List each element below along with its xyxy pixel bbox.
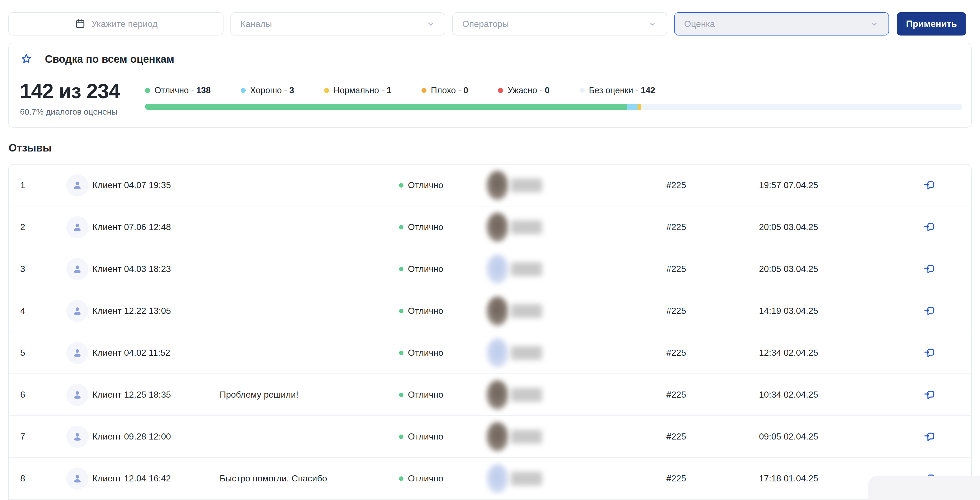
operator-avatar	[487, 422, 509, 451]
client-icon	[66, 216, 89, 238]
legend-value: 138	[196, 86, 211, 95]
client-name: Клиент 07.06 12:48	[92, 222, 171, 232]
client-cell: Клиент 12.22 13:05	[66, 300, 220, 322]
chevron-down-icon	[870, 19, 879, 29]
rating-cell: Отлично	[399, 306, 487, 316]
open-dialog-button[interactable]	[922, 220, 937, 235]
operator-cell	[487, 338, 667, 368]
review-row[interactable]: 1 Клиент 04.07 19:35 Отлично #225 19:57 …	[9, 164, 971, 207]
rating-cell: Отлично	[399, 432, 487, 442]
row-number: 1	[20, 180, 66, 190]
operator-avatar	[487, 296, 509, 326]
row-number: 8	[20, 473, 66, 484]
operator-cell	[487, 170, 667, 200]
legend-item: Без оценки - 142	[579, 86, 655, 96]
review-timestamp: 10:34 02.04.25	[759, 390, 907, 400]
open-dialog-button[interactable]	[922, 429, 937, 444]
review-row[interactable]: 6 Клиент 12.25 18:35 Проблему решили! От…	[9, 374, 971, 416]
operator-name-blurred	[511, 304, 542, 318]
rating-dot	[399, 351, 404, 355]
ticket-number: #225	[667, 348, 759, 358]
legend-dot	[145, 88, 150, 93]
open-dialog-button[interactable]	[922, 387, 937, 403]
summary-score: 142 из 234	[20, 81, 145, 102]
legend-dot	[324, 88, 329, 93]
rating-cell: Отлично	[399, 264, 487, 274]
client-name: Клиент 04.03 18:23	[92, 264, 171, 274]
client-icon	[66, 384, 89, 406]
ticket-number: #225	[667, 473, 759, 484]
open-dialog-icon	[923, 272, 935, 276]
summary-progress-bar	[145, 104, 962, 110]
operator-name-blurred	[511, 388, 542, 402]
operators-filter[interactable]: Операторы	[452, 12, 667, 35]
legend-label: Ужасно -	[508, 86, 545, 95]
operator-cell	[487, 422, 667, 451]
review-row[interactable]: 7 Клиент 09.28 12:00 Отлично #225 09:05 …	[9, 416, 971, 458]
client-cell: Клиент 09.28 12:00	[66, 426, 220, 448]
operator-name-blurred	[511, 262, 542, 276]
operator-avatar	[487, 464, 509, 493]
client-name: Клиент 04.07 19:35	[92, 180, 171, 190]
operator-avatar	[487, 338, 509, 368]
legend-value: 3	[290, 86, 294, 95]
rating-label: Отлично	[408, 473, 444, 484]
client-icon	[66, 300, 89, 322]
legend-value: 142	[641, 86, 655, 95]
filter-bar: Укажите период Каналы Операторы Оценка П…	[0, 0, 980, 35]
rating-cell: Отлично	[399, 390, 487, 400]
open-dialog-icon	[923, 439, 935, 444]
review-timestamp: 14:19 03.04.25	[759, 306, 907, 316]
operator-name-blurred	[511, 220, 542, 234]
open-dialog-button[interactable]	[922, 345, 937, 361]
review-comment: Проблему решили!	[220, 390, 399, 400]
client-name: Клиент 09.28 12:00	[92, 432, 171, 442]
operator-name-blurred	[511, 472, 542, 486]
review-row[interactable]: 3 Клиент 04.03 18:23 Отлично #225 20:05 …	[9, 248, 971, 290]
legend-label: Плохо -	[431, 86, 464, 95]
legend-dot	[422, 88, 426, 93]
open-dialog-button[interactable]	[922, 178, 937, 193]
review-row[interactable]: 4 Клиент 12.22 13:05 Отлично #225 14:19 …	[9, 290, 971, 332]
operator-cell	[487, 213, 667, 242]
summary-stat: 142 из 234 60.7% диалогов оценены	[20, 81, 145, 116]
summary-legend: Отлично - 138 Хорошо - 3 Нормально - 1 П…	[145, 86, 962, 96]
review-timestamp: 12:34 02.04.25	[759, 348, 907, 358]
rating-cell: Отлично	[399, 180, 487, 190]
legend-dot	[579, 88, 585, 93]
client-icon	[66, 426, 89, 448]
ticket-number: #225	[667, 390, 759, 400]
blurred-chat-widget[interactable]	[868, 476, 980, 500]
operator-avatar	[487, 213, 509, 242]
summary-card: Сводка по всем оценкам 142 из 234 60.7% …	[8, 43, 972, 127]
review-row[interactable]: 2 Клиент 07.06 12:48 Отлично #225 20:05 …	[9, 207, 971, 248]
row-number: 4	[20, 306, 66, 316]
legend-value: 0	[545, 86, 550, 95]
channels-filter[interactable]: Каналы	[231, 12, 445, 35]
operator-avatar	[487, 255, 509, 284]
rating-dot	[399, 309, 404, 313]
legend-value: 1	[387, 86, 391, 95]
operator-name-blurred	[511, 178, 542, 192]
client-name: Клиент 04.02 11:52	[92, 348, 170, 358]
legend-label: Отлично -	[154, 86, 196, 95]
rating-dot	[399, 476, 404, 481]
rating-filter[interactable]: Оценка	[674, 12, 889, 35]
summary-caption: 60.7% диалогов оценены	[20, 107, 145, 116]
operator-name-blurred	[511, 430, 542, 444]
legend-value: 0	[463, 86, 468, 95]
period-filter[interactable]: Укажите период	[8, 12, 224, 35]
open-dialog-button[interactable]	[922, 261, 937, 277]
open-dialog-icon	[923, 314, 935, 318]
legend-dot	[241, 88, 246, 93]
client-cell: Клиент 12.25 18:35	[66, 384, 220, 406]
legend-item: Нормально - 1	[324, 86, 391, 96]
review-row[interactable]: 8 Клиент 12.04 16:42 Быстро помогли. Спа…	[9, 458, 971, 500]
review-row[interactable]: 5 Клиент 04.02 11:52 Отлично #225 12:34 …	[9, 332, 971, 374]
client-name: Клиент 12.22 13:05	[92, 306, 171, 316]
ticket-number: #225	[667, 180, 759, 190]
reviews-table: 1 Клиент 04.07 19:35 Отлично #225 19:57 …	[8, 164, 972, 500]
apply-button[interactable]: Применить	[897, 12, 966, 35]
bar-segment	[641, 104, 962, 110]
open-dialog-button[interactable]	[922, 303, 937, 319]
